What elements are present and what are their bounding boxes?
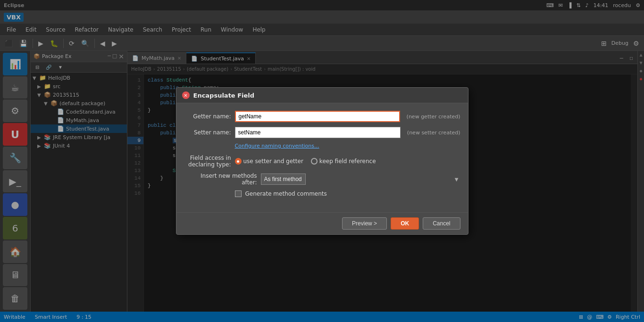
getter-row: Getter name: (new getter created)	[184, 111, 460, 122]
field-access-row: Field access in declaring type: use sett…	[184, 155, 460, 168]
encapsulate-field-dialog: ✕ Encapsulate Field Getter name: (new ge…	[176, 87, 468, 235]
select-arrow-icon: ▼	[455, 177, 459, 182]
setter-input[interactable]	[235, 127, 401, 138]
dialog-footer: Preview > OK Cancel	[176, 212, 468, 234]
generate-comments-checkbox[interactable]	[235, 190, 242, 197]
radio-use-setter-label: use setter and getter	[243, 158, 303, 165]
getter-label: Getter name:	[184, 113, 231, 120]
setter-note: (new setter created)	[407, 130, 460, 136]
getter-input[interactable]	[235, 111, 400, 122]
dialog-header: ✕ Encapsulate Field	[176, 88, 468, 103]
radio-use-setter[interactable]: use setter and getter	[235, 158, 303, 165]
insert-select-wrapper: As first method ▼	[261, 173, 460, 185]
insert-label: Insert new methods after:	[184, 173, 257, 186]
checkbox-row: Generate method comments	[235, 190, 460, 197]
insert-after-row: Insert new methods after: As first metho…	[184, 173, 460, 186]
setter-row: Setter name: (new setter created)	[184, 127, 460, 138]
cancel-button[interactable]: Cancel	[423, 217, 460, 230]
configure-link[interactable]: Configure naming conventions...	[235, 143, 460, 149]
preview-button[interactable]: Preview >	[342, 217, 387, 230]
checkbox-label: Generate method comments	[245, 190, 327, 197]
dialog-title: Encapsulate Field	[193, 92, 255, 99]
radio-group: use setter and getter keep field referen…	[235, 158, 376, 165]
radio-keep-field-dot	[311, 158, 318, 165]
radio-keep-field-label: keep field reference	[319, 158, 376, 165]
modal-overlay: ✕ Encapsulate Field Getter name: (new ge…	[0, 0, 644, 322]
radio-keep-field[interactable]: keep field reference	[311, 158, 376, 165]
ok-button[interactable]: OK	[391, 217, 419, 230]
field-access-label: Field access in declaring type:	[184, 155, 231, 168]
dialog-close-btn[interactable]: ✕	[182, 91, 190, 99]
radio-use-setter-dot	[235, 158, 242, 165]
insert-select[interactable]: As first method	[261, 173, 306, 185]
setter-label: Setter name:	[184, 129, 231, 136]
getter-note: (new getter created)	[407, 114, 460, 120]
dialog-body: Getter name: (new getter created) Setter…	[176, 103, 468, 212]
